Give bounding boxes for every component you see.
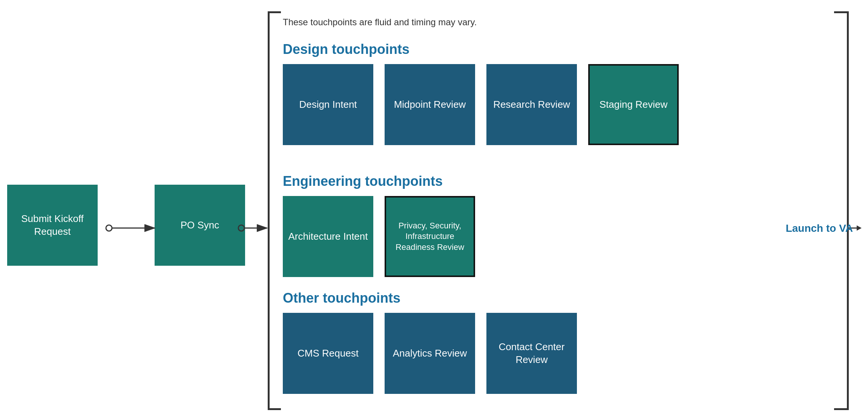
bracket-bottom [268, 408, 281, 410]
svg-point-0 [106, 225, 112, 231]
research-review-box: Research Review [486, 64, 577, 145]
diagram-container: These touchpoints are fluid and timing m… [0, 0, 868, 418]
po-sync-box: PO Sync [155, 185, 245, 266]
svg-marker-5 [857, 225, 862, 231]
design-intent-box: Design Intent [283, 64, 373, 145]
bracket-left [268, 11, 270, 410]
note-text: These touchpoints are fluid and timing m… [283, 17, 477, 28]
staging-review-box: Staging Review [588, 64, 679, 145]
midpoint-review-box: Midpoint Review [385, 64, 475, 145]
architecture-intent-box: Architecture Intent [283, 196, 373, 277]
engineering-heading: Engineering touchpoints [283, 173, 443, 189]
bracket-right-bottom [834, 408, 849, 410]
other-heading: Other touchpoints [283, 290, 400, 306]
cms-request-box: CMS Request [283, 313, 373, 394]
contact-center-box: Contact Center Review [486, 313, 577, 394]
analytics-review-box: Analytics Review [385, 313, 475, 394]
privacy-review-box: Privacy, Security, Infrastructure Readin… [385, 196, 475, 277]
design-heading: Design touchpoints [283, 41, 409, 57]
launch-label: Launch to VA [786, 222, 853, 234]
bracket-top [268, 11, 281, 13]
bracket-right [847, 11, 849, 410]
kickoff-box: Submit Kickoff Request [7, 185, 98, 266]
bracket-right-top [834, 11, 849, 13]
